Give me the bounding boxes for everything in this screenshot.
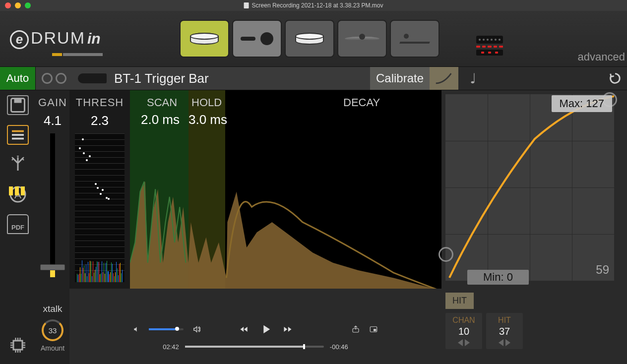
bar-trigger-icon	[78, 73, 107, 83]
xtalk-unit: Amount	[41, 344, 64, 352]
midi-port-icon[interactable]	[476, 36, 503, 56]
trigger-name[interactable]: BT-1 Trigger Bar	[112, 67, 370, 90]
input-tab-pedal[interactable]	[390, 20, 439, 58]
logo-brand: DRUM	[31, 28, 85, 48]
gain-slider[interactable]	[50, 133, 55, 277]
list-icon	[9, 126, 27, 144]
progress-slider[interactable]	[185, 346, 324, 348]
forward-button[interactable]	[282, 324, 294, 334]
chip-icon	[9, 336, 27, 354]
hit-panel: HIT CHAN 10 HIT 37	[441, 289, 627, 364]
minimize-window-button[interactable]	[15, 2, 21, 8]
bar-pad-icon	[241, 32, 273, 45]
chan-box: CHAN 10	[445, 313, 482, 349]
snare-icon	[190, 33, 219, 45]
logo-in: in	[87, 30, 101, 47]
pdf-label: PDF	[11, 224, 24, 231]
chan-label: CHAN	[445, 316, 482, 325]
pedal-icon	[400, 34, 430, 44]
chan-value: 10	[445, 326, 482, 337]
volume-low-icon[interactable]	[133, 326, 140, 333]
logo-e-icon: e	[10, 30, 29, 49]
xtalk-value: 33	[49, 326, 57, 335]
manual-pdf-button[interactable]: PDF	[7, 214, 29, 234]
hit-increment[interactable]	[505, 339, 510, 346]
hit-box: HIT 37	[486, 313, 523, 349]
input-selector-tabs	[180, 20, 439, 58]
hit-tab[interactable]: HIT	[445, 293, 474, 309]
thresh-value: 2.3	[91, 113, 109, 128]
auto-button[interactable]: Auto	[0, 67, 36, 90]
list-view-button[interactable]	[7, 125, 29, 145]
chan-increment[interactable]	[465, 339, 470, 346]
xtalk-knob[interactable]: 33	[42, 319, 63, 341]
curve-min-handle[interactable]	[439, 247, 453, 262]
refresh-button[interactable]	[603, 67, 627, 90]
threshold-display[interactable]	[75, 133, 125, 282]
window-title: Screen Recording 2021-12-18 at 3.38.23 P…	[244, 2, 383, 9]
left-sidebar: A PDF	[0, 90, 36, 364]
zone-a-button[interactable]	[42, 73, 53, 84]
window-titlebar: Screen Recording 2021-12-18 at 3.38.23 P…	[0, 0, 627, 11]
gain-slider-thumb[interactable]	[40, 264, 65, 270]
routing-button[interactable]	[7, 155, 29, 175]
input-tab-tom[interactable]	[285, 20, 334, 58]
firmware-button[interactable]	[7, 335, 29, 355]
rewind-button[interactable]	[238, 324, 250, 334]
play-button[interactable]	[259, 322, 273, 336]
xtalk-panel: xtalk 33 Amount	[36, 289, 69, 364]
chan-decrement[interactable]	[458, 339, 463, 346]
input-tab-cymbal[interactable]	[337, 20, 387, 58]
advanced-label[interactable]: advanced	[578, 51, 625, 63]
curve-svg	[445, 94, 614, 281]
zoom-window-button[interactable]	[25, 2, 31, 8]
share-button[interactable]	[351, 325, 360, 334]
video-transport: 02:42 -00:46	[69, 289, 441, 364]
elapsed-time: 02:42	[163, 343, 179, 351]
calibrate-button[interactable]: Calibrate	[370, 67, 430, 90]
gain-label: GAIN	[38, 96, 67, 109]
control-bar: Auto BT-1 Trigger Bar Calibrate ♩	[0, 66, 627, 90]
input-tab-bar[interactable]	[232, 20, 282, 58]
refresh-icon	[608, 71, 622, 85]
curve-current-value: 59	[596, 263, 609, 277]
waveform-svg	[130, 90, 441, 293]
app-header: e DRUM in advanced	[0, 11, 627, 66]
zone-selector	[36, 67, 72, 90]
volume-slider[interactable]	[149, 328, 184, 330]
cymbal-icon	[345, 37, 379, 41]
save-preset-button[interactable]	[7, 95, 29, 115]
gain-vu-meter	[9, 186, 25, 195]
svg-rect-7	[13, 341, 22, 350]
xtalk-label: xtalk	[43, 303, 62, 314]
pip-button[interactable]	[369, 325, 378, 334]
bottom-panel: xtalk 33 Amount 02:42 -00:46	[36, 289, 627, 364]
hit-decrement[interactable]	[499, 339, 503, 346]
svg-rect-1	[14, 99, 22, 103]
curve-max-label[interactable]: Max: 127	[552, 95, 613, 112]
zone-b-button[interactable]	[56, 73, 66, 84]
curve-icon	[435, 71, 453, 85]
input-tab-snare[interactable]	[180, 20, 229, 58]
remaining-time: -00:46	[330, 343, 348, 351]
hit-label: HIT	[486, 316, 523, 325]
hit-value: 37	[486, 326, 523, 337]
thresh-label: THRESH	[76, 96, 124, 109]
gain-value: 4.1	[44, 113, 62, 128]
curve-view-button[interactable]	[430, 67, 458, 90]
split-arrows-icon	[9, 156, 27, 174]
logo-underline	[52, 53, 107, 56]
tom-icon	[295, 33, 324, 45]
app-logo: e DRUM in	[10, 28, 101, 49]
svg-rect-22	[374, 329, 376, 331]
floppy-icon	[9, 96, 27, 114]
trigger-thumbnail	[72, 67, 112, 90]
window-title-text: Screen Recording 2021-12-18 at 3.38.23 P…	[252, 2, 383, 9]
volume-high-icon[interactable]	[192, 325, 200, 333]
document-icon	[244, 2, 249, 8]
note-view-button[interactable]: ♩	[458, 67, 487, 90]
curve-min-label[interactable]: Min: 0	[467, 270, 529, 285]
close-window-button[interactable]	[5, 2, 11, 8]
